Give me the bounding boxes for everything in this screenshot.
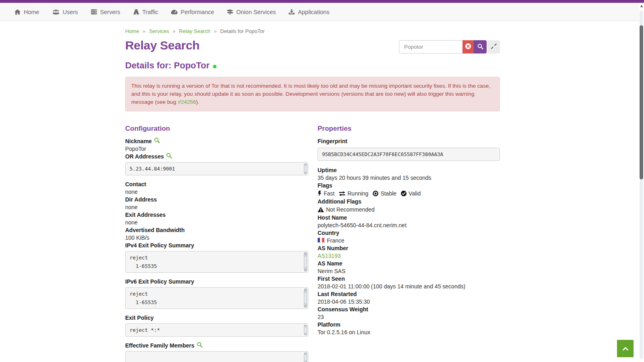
- nav-item-label: Users: [63, 9, 78, 15]
- magnifier-icon: [477, 43, 483, 51]
- clear-search-button[interactable]: [462, 40, 474, 53]
- platform-value: Tor 0.2.5.16 on Linux: [318, 329, 500, 336]
- fingerprint-value: 95B5BCD34C445EDC2A3F70F6EC65587FF380AA3A: [322, 151, 443, 157]
- nav-item-label: Home: [24, 9, 39, 15]
- search-input[interactable]: [399, 40, 462, 53]
- additional-flags-label: Additional Flags: [318, 198, 500, 206]
- last-restarted-label: Last Restarted: [318, 290, 500, 298]
- flags-label: Flags: [318, 182, 500, 189]
- flag-valid: Valid: [401, 190, 421, 197]
- onion-services-icon: [227, 9, 233, 15]
- exit-addresses-label: Exit Addresses: [125, 211, 308, 219]
- as-name-label: AS Name: [318, 260, 500, 267]
- box-scrollbar[interactable]: [304, 325, 307, 335]
- country-label: Country: [318, 229, 500, 237]
- consensus-weight-value: 23: [318, 313, 500, 321]
- properties-section: Properties Fingerprint 95B5BCD34C445EDC2…: [318, 125, 500, 362]
- or-addresses-label: OR Addresses: [125, 153, 164, 160]
- fingerprint-label: Fingerprint: [318, 138, 500, 145]
- not-recommended-alert: This relay is running a version of Tor t…: [125, 77, 500, 111]
- breadcrumb: Home » Services » Relay Search » Details…: [125, 28, 500, 34]
- as-number-label: AS Number: [318, 245, 500, 252]
- nav-item-traffic[interactable]: Traffic: [133, 9, 158, 15]
- nav-item-onion-services[interactable]: Onion Services: [227, 9, 276, 15]
- nav-item-users[interactable]: Users: [52, 9, 78, 15]
- times-circle-icon: [465, 43, 471, 51]
- flag-label: Fast: [324, 190, 334, 197]
- page-title: Relay Search: [125, 39, 200, 52]
- ipv6-exit-policy-box: reject 1-65535: [125, 287, 308, 309]
- effective-family-box: [125, 351, 308, 362]
- applications-icon: [289, 9, 295, 14]
- nav-item-servers[interactable]: Servers: [91, 9, 120, 15]
- additional-flags-list: Not Recommended: [318, 206, 500, 214]
- nav-item-home[interactable]: Home: [14, 9, 39, 15]
- nav-item-label: Performance: [181, 9, 214, 15]
- servers-icon: [91, 9, 97, 14]
- chevron-up-icon: [622, 346, 629, 352]
- flag-stable: Stable: [373, 190, 396, 197]
- breadcrumb-separator: »: [142, 28, 145, 34]
- flag-label: Running: [347, 190, 368, 197]
- scrollbar-up-arrow[interactable]: [640, 5, 643, 7]
- warning-icon: [318, 207, 324, 212]
- compress-button[interactable]: [487, 40, 500, 53]
- alert-text-after: ).: [196, 99, 199, 105]
- nav-item-applications[interactable]: Applications: [289, 9, 329, 15]
- platform-label: Platform: [318, 321, 500, 329]
- exit-policy-label: Exit Policy: [125, 314, 308, 322]
- exit-policy-box: reject *:*: [125, 323, 308, 337]
- uptime-value: 35 days 20 hours 39 minutes and 15 secon…: [318, 174, 500, 182]
- contact-label: Contact: [125, 181, 308, 188]
- box-scrollbar[interactable]: [304, 352, 307, 362]
- box-scrollbar[interactable]: [304, 163, 307, 174]
- configuration-heading: Configuration: [125, 125, 308, 133]
- or-addresses-value: 5.23.44.84:9001: [130, 166, 175, 172]
- flags-list: Fast Running Stable Valid: [318, 190, 500, 197]
- contact-value: none: [125, 188, 308, 196]
- home-icon: [14, 9, 21, 15]
- scrollbar-thumb[interactable]: [640, 25, 643, 179]
- relay-online-dot: [213, 65, 217, 68]
- nav-item-performance[interactable]: Performance: [171, 9, 214, 15]
- breadcrumb-services[interactable]: Services: [149, 28, 169, 34]
- nav-item-label: Traffic: [142, 9, 158, 15]
- ipv4-exit-policy-label: IPv4 Exit Policy Summary: [125, 242, 308, 249]
- first-seen-value: 2018-02-01 11:00:00 (100 days 14 minute …: [318, 283, 500, 290]
- nav-item-label: Onion Services: [236, 9, 276, 15]
- ipv6-exit-policy-value: reject 1-65535: [130, 291, 157, 305]
- last-restarted-value: 2018-04-06 15:35:30: [318, 298, 500, 306]
- breadcrumb-relay-search[interactable]: Relay Search: [179, 28, 211, 34]
- properties-heading: Properties: [318, 125, 500, 133]
- flag-fast: Fast: [318, 190, 334, 197]
- search-family-icon[interactable]: [197, 342, 202, 350]
- search-button[interactable]: [474, 40, 487, 53]
- breadcrumb-separator: »: [173, 28, 175, 34]
- host-name-value: polytech-54650-44-84.cnt.nerim.net: [318, 222, 500, 229]
- uptime-label: Uptime: [318, 167, 500, 174]
- fingerprint-box: 95B5BCD34C445EDC2A3F70F6EC65587FF380AA3A: [318, 148, 500, 161]
- box-scrollbar[interactable]: [304, 252, 307, 272]
- traffic-icon: [133, 9, 139, 14]
- host-name-label: Host Name: [318, 214, 500, 222]
- search-nickname-icon[interactable]: [154, 138, 160, 145]
- flag-label: Not Recommended: [326, 206, 375, 214]
- back-to-top-button[interactable]: [617, 340, 634, 357]
- as-number-link[interactable]: AS13193: [318, 252, 341, 260]
- dir-address-value: none: [125, 204, 308, 211]
- bolt-icon: [318, 191, 322, 196]
- flag-not-recommended: Not Recommended: [318, 206, 375, 214]
- advertised-bandwidth-value: 100 KiB/s: [125, 234, 308, 242]
- effective-family-label: Effective Family Members: [125, 342, 194, 350]
- breadcrumb-home[interactable]: Home: [125, 28, 139, 34]
- nav-item-label: Applications: [298, 9, 329, 15]
- country-value: France: [327, 237, 345, 245]
- box-scrollbar[interactable]: [304, 288, 307, 308]
- as-name-value: Nerim SAS: [318, 267, 500, 275]
- bug-link[interactable]: #24256: [178, 99, 196, 105]
- search-or-address-icon[interactable]: [166, 153, 172, 160]
- performance-icon: [171, 9, 178, 14]
- flag-label: Stable: [380, 190, 396, 197]
- country-row: France: [318, 237, 500, 245]
- breadcrumb-separator: »: [214, 28, 217, 34]
